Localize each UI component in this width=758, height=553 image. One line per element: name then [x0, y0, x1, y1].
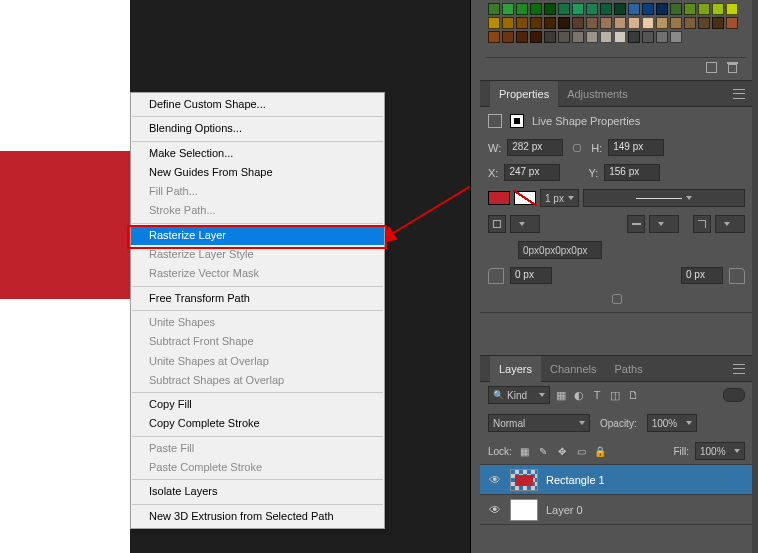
filter-pixel-icon[interactable]: ▦: [554, 388, 568, 402]
swatch[interactable]: [558, 17, 570, 29]
swatch[interactable]: [684, 17, 696, 29]
width-field[interactable]: 282 px: [507, 139, 563, 156]
swatch[interactable]: [656, 17, 668, 29]
panel-menu-icon[interactable]: [733, 89, 745, 99]
cap-dropdown[interactable]: [649, 215, 679, 233]
swatches-panel[interactable]: [486, 0, 746, 52]
swatch[interactable]: [516, 3, 528, 15]
corner-icon[interactable]: [693, 215, 711, 233]
menu-item[interactable]: Make Selection...: [131, 144, 384, 163]
swatch[interactable]: [516, 31, 528, 43]
panel-menu-icon[interactable]: [733, 364, 745, 374]
lock-pixels-icon[interactable]: ✎: [537, 445, 550, 458]
swatch[interactable]: [614, 3, 626, 15]
x-field[interactable]: 247 px: [504, 164, 560, 181]
swatch[interactable]: [488, 3, 500, 15]
link-wh-icon[interactable]: [573, 144, 581, 152]
swatch[interactable]: [712, 17, 724, 29]
swatch[interactable]: [642, 17, 654, 29]
menu-item[interactable]: New 3D Extrusion from Selected Path: [131, 507, 384, 526]
menu-item[interactable]: Define Custom Shape...: [131, 95, 384, 114]
filter-type-icon[interactable]: T: [590, 388, 604, 402]
swatch[interactable]: [656, 3, 668, 15]
tab-adjustments[interactable]: Adjustments: [558, 81, 637, 107]
swatch[interactable]: [586, 17, 598, 29]
menu-item[interactable]: Copy Fill: [131, 395, 384, 414]
filter-toggle[interactable]: [723, 388, 745, 402]
swatch[interactable]: [600, 3, 612, 15]
delete-swatch-icon[interactable]: [727, 62, 738, 73]
y-field[interactable]: 156 px: [604, 164, 660, 181]
swatch[interactable]: [712, 3, 724, 15]
swatch[interactable]: [502, 17, 514, 29]
swatch[interactable]: [684, 3, 696, 15]
swatch[interactable]: [586, 31, 598, 43]
link-corners-icon[interactable]: [612, 294, 622, 304]
swatch[interactable]: [488, 17, 500, 29]
red-rectangle-shape[interactable]: [0, 151, 130, 299]
filter-smart-icon[interactable]: 🗋: [626, 388, 640, 402]
tab-layers[interactable]: Layers: [490, 356, 541, 382]
height-field[interactable]: 149 px: [608, 139, 664, 156]
lock-artboard-icon[interactable]: ▭: [575, 445, 588, 458]
tab-properties[interactable]: Properties: [490, 81, 558, 107]
swatch[interactable]: [670, 17, 682, 29]
tab-paths[interactable]: Paths: [606, 356, 652, 382]
swatch[interactable]: [516, 17, 528, 29]
swatch[interactable]: [670, 3, 682, 15]
menu-item[interactable]: Blending Options...: [131, 119, 384, 138]
lock-position-icon[interactable]: ✥: [556, 445, 569, 458]
cap-icon[interactable]: [627, 215, 645, 233]
blend-mode-dropdown[interactable]: Normal: [488, 414, 590, 432]
layer-row[interactable]: 👁Rectangle 1: [480, 465, 753, 495]
swatch[interactable]: [656, 31, 668, 43]
stroke-color-swatch[interactable]: [514, 191, 536, 205]
all-corners-field[interactable]: 0px0px0px0px: [518, 241, 602, 259]
swatch[interactable]: [614, 31, 626, 43]
tab-channels[interactable]: Channels: [541, 356, 605, 382]
swatch[interactable]: [502, 3, 514, 15]
menu-item[interactable]: Free Transform Path: [131, 289, 384, 308]
swatch[interactable]: [544, 17, 556, 29]
menu-item[interactable]: Isolate Layers: [131, 482, 384, 501]
swatch[interactable]: [530, 3, 542, 15]
swatch[interactable]: [530, 31, 542, 43]
corner-tr-field[interactable]: 0 px: [681, 267, 723, 284]
stroke-align-dropdown[interactable]: [510, 215, 540, 233]
swatch[interactable]: [586, 3, 598, 15]
swatch[interactable]: [530, 17, 542, 29]
new-swatch-icon[interactable]: [706, 62, 717, 73]
layer-thumbnail[interactable]: [510, 469, 538, 491]
corner-tl-field[interactable]: 0 px: [510, 267, 552, 284]
swatch[interactable]: [628, 31, 640, 43]
corner-dropdown[interactable]: [715, 215, 745, 233]
swatch[interactable]: [502, 31, 514, 43]
swatch[interactable]: [726, 17, 738, 29]
swatch[interactable]: [600, 31, 612, 43]
filter-shape-icon[interactable]: ◫: [608, 388, 622, 402]
swatch[interactable]: [614, 17, 626, 29]
swatch[interactable]: [726, 3, 738, 15]
swatch[interactable]: [544, 31, 556, 43]
swatch[interactable]: [600, 17, 612, 29]
context-menu[interactable]: Define Custom Shape...Blending Options..…: [130, 92, 385, 529]
fill-color-swatch[interactable]: [488, 191, 510, 205]
opacity-dropdown[interactable]: 100%: [647, 414, 697, 432]
swatch[interactable]: [572, 17, 584, 29]
menu-item[interactable]: New Guides From Shape: [131, 163, 384, 182]
swatch[interactable]: [670, 31, 682, 43]
layer-thumbnail[interactable]: [510, 499, 538, 521]
lock-transparency-icon[interactable]: ▦: [518, 445, 531, 458]
lock-all-icon[interactable]: 🔒: [594, 445, 607, 458]
visibility-icon[interactable]: 👁: [488, 503, 502, 517]
stroke-width-dropdown[interactable]: 1 px: [540, 189, 579, 207]
stroke-style-dropdown[interactable]: [583, 189, 745, 207]
swatch[interactable]: [642, 31, 654, 43]
fill-dropdown[interactable]: 100%: [695, 442, 745, 460]
menu-item[interactable]: Copy Complete Stroke: [131, 414, 384, 433]
swatch[interactable]: [558, 3, 570, 15]
swatch[interactable]: [558, 31, 570, 43]
visibility-icon[interactable]: 👁: [488, 473, 502, 487]
swatch[interactable]: [572, 31, 584, 43]
layer-row[interactable]: 👁Layer 0: [480, 495, 753, 525]
